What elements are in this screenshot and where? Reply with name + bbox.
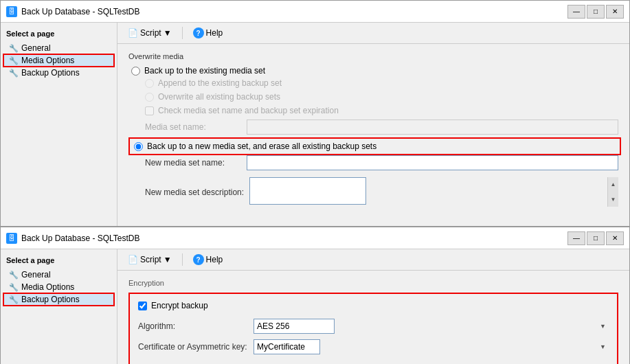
cert-key-label: Certificate or Asymmetric key: [138,342,248,352]
radio-append: Append to the existing backup set [145,78,618,88]
sidebar-header-1: Select a page [3,28,114,39]
radio-overwrite-all: Overwrite all existing backup sets [145,92,618,102]
title-bar-controls-2: — □ ✕ [567,231,624,245]
algorithm-label: Algorithm: [138,321,248,331]
content-area-1: Overwrite media Back up to the existing … [117,44,629,226]
new-media-name-input[interactable] [247,155,618,170]
encrypt-backup-label: Encrypt backup [151,301,208,310]
spinner-1: ▲ ▼ [607,177,618,207]
sidebar-1: Select a page 🔧 General 🔧 Media Options … [1,23,117,226]
sidebar-item-backup-1[interactable]: 🔧 Backup Options [3,67,114,79]
window-2: 🗄 Back Up Database - SQLTestDB — □ ✕ Sel… [0,227,630,364]
title-bar-left-1: 🗄 Back Up Database - SQLTestDB [6,6,140,17]
radio-existing-input[interactable] [131,67,140,76]
media-set-name-row: Media set name: [145,120,618,135]
script-icon-1: 📄 [128,28,138,38]
close-btn-2[interactable]: ✕ [606,231,624,245]
cert-key-row: Certificate or Asymmetric key: MyCertifi… [138,339,609,354]
sidebar-item-general-2[interactable]: 🔧 General [3,269,114,281]
script-label-1: Script [140,28,161,38]
check-media-set: Check media set name and backup set expi… [145,106,618,115]
title-bar-controls-1: — □ ✕ [567,5,624,19]
toolbar-1: 📄 Script ▼ ? Help [117,23,629,44]
new-media-desc-wrapper: ▲ ▼ [249,177,618,207]
sidebar-label-media-1: Media Options [21,56,74,65]
sidebar-label-media-2: Media Options [21,282,74,292]
check-media-set-label: Check media set name and backup set expi… [158,106,339,115]
new-media-desc-label: New media set description: [145,187,244,197]
media-set-name-input[interactable] [247,120,618,135]
cert-key-select[interactable]: MyCertificate [254,339,320,354]
help-icon-2: ? [193,254,204,265]
radio-existing: Back up to the existing media set [131,66,618,76]
script-dropdown-icon-1: ▼ [164,28,172,38]
encrypt-backup-checkbox[interactable] [138,302,147,310]
minimize-btn-2[interactable]: — [567,231,585,245]
sub-options-2: New media set name: New media set descri… [145,155,618,209]
encryption-box: Encrypt backup Algorithm: AES 128 AES 19… [128,293,618,364]
encryption-section-label: Encryption [128,279,618,287]
algorithm-row: Algorithm: AES 128 AES 192 AES 256 Tripl… [138,319,609,334]
help-label-2: Help [206,255,223,264]
new-media-desc-row: New media set description: ▲ ▼ [145,177,618,207]
main-content-2: 📄 Script ▼ ? Help Encryption Encrypt [117,249,629,364]
overwrite-section: Overwrite media Back up to the existing … [128,52,618,209]
minimize-btn-1[interactable]: — [567,5,585,19]
sidebar-item-media-2[interactable]: 🔧 Media Options [3,281,114,293]
new-media-name-row: New media set name: [145,155,618,170]
title-bar-left-2: 🗄 Back Up Database - SQLTestDB [6,233,140,244]
algorithm-select-wrapper: AES 128 AES 192 AES 256 Triple DES 3KEY [254,319,609,334]
spinner-up-1[interactable]: ▲ [608,177,618,192]
toolbar-2: 📄 Script ▼ ? Help [117,249,629,271]
radio-new-media-input[interactable] [134,142,143,151]
check-media-set-input[interactable] [145,106,154,115]
encrypt-backup-row: Encrypt backup [138,301,609,310]
new-media-desc-input[interactable] [249,177,366,205]
radio-group-1: Back up to the existing media set Append… [131,66,618,209]
algorithm-select[interactable]: AES 128 AES 192 AES 256 Triple DES 3KEY [254,319,335,334]
window-body-1: Select a page 🔧 General 🔧 Media Options … [1,23,629,226]
maximize-btn-2[interactable]: □ [587,231,605,245]
sidebar-label-general-2: General [21,270,51,280]
help-btn-2[interactable]: ? Help [188,252,228,267]
window-title-1: Back Up Database - SQLTestDB [21,7,140,16]
radio-new-media: Back up to a new media set, and erase al… [131,140,618,152]
help-label-1: Help [206,28,223,38]
radio-overwrite-all-input[interactable] [145,93,154,102]
maximize-btn-1[interactable]: □ [587,5,605,19]
sidebar-label-backup-1: Backup Options [21,68,80,78]
backup-icon-2: 🔧 [9,295,19,304]
radio-overwrite-all-label: Overwrite all existing backup sets [158,92,280,102]
content-area-2: Encryption Encrypt backup Algorithm: AES… [117,271,629,364]
cert-key-select-wrapper: MyCertificate [254,339,609,354]
window-icon-1: 🗄 [6,6,17,17]
spinner-down-1[interactable]: ▼ [608,192,618,207]
new-media-name-label: New media set name: [145,158,241,168]
script-icon-2: 📄 [128,255,138,264]
script-btn-2[interactable]: 📄 Script ▼ [123,253,177,266]
sidebar-header-2: Select a page [3,255,114,266]
overwrite-label: Overwrite media [128,52,618,60]
sidebar-item-backup-2[interactable]: 🔧 Backup Options [3,293,114,306]
general-icon-2: 🔧 [9,271,19,280]
script-label-2: Script [140,255,161,264]
radio-append-input[interactable] [145,79,154,88]
toolbar-sep-2 [182,253,183,266]
help-btn-1[interactable]: ? Help [188,25,228,41]
sub-options-1: Append to the existing backup set Overwr… [145,78,618,137]
script-btn-1[interactable]: 📄 Script ▼ [123,26,177,40]
title-bar-2: 🗄 Back Up Database - SQLTestDB — □ ✕ [1,227,629,249]
toolbar-sep-1 [182,27,183,39]
media-icon-1: 🔧 [9,56,19,65]
sidebar-item-general-1[interactable]: 🔧 General [3,42,114,54]
radio-existing-label: Back up to the existing media set [144,66,265,76]
sidebar-label-general-1: General [21,43,51,53]
radio-new-media-label: Back up to a new media set, and erase al… [147,141,376,151]
general-icon-1: 🔧 [9,44,19,53]
media-icon-2: 🔧 [9,283,19,292]
close-btn-1[interactable]: ✕ [606,5,624,19]
sidebar-item-media-1[interactable]: 🔧 Media Options [3,54,114,67]
sidebar-2: Select a page 🔧 General 🔧 Media Options … [1,249,117,364]
radio-append-label: Append to the existing backup set [158,78,282,88]
sidebar-label-backup-2: Backup Options [21,295,80,304]
